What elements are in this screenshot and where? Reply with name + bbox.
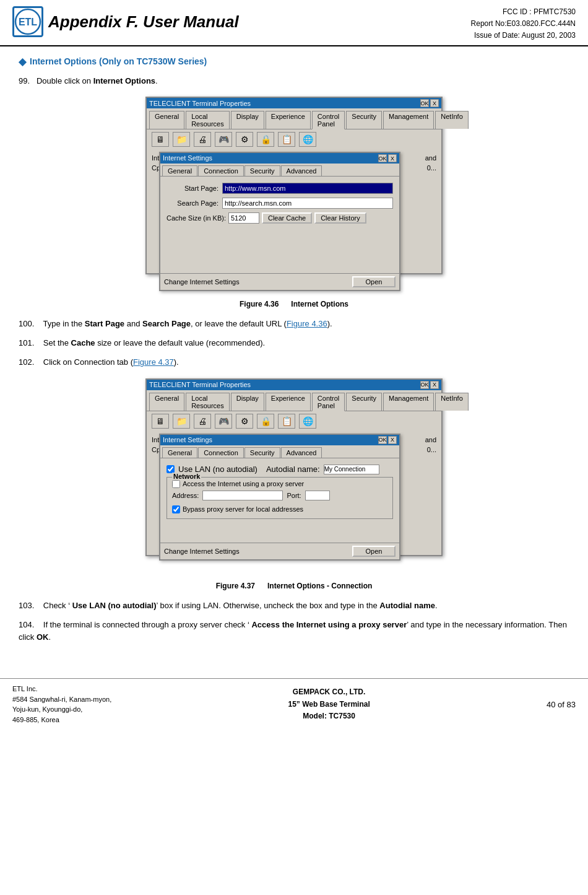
cache-size-input[interactable] xyxy=(228,212,259,224)
tab-mgmt-1[interactable]: Management xyxy=(383,111,434,129)
close-btn-outer-2[interactable]: X xyxy=(430,381,439,389)
bypass-checkbox[interactable] xyxy=(172,505,180,513)
inner-dialog-title-text-2: Internet Settings xyxy=(163,436,212,444)
toolbar-icon-1[interactable]: 🖥 xyxy=(152,132,169,147)
toolbar-icon-6[interactable]: 🔒 xyxy=(257,132,274,147)
inner-tab-conn-1[interactable]: Connection xyxy=(198,165,244,176)
tab-display-1[interactable]: Display xyxy=(231,111,264,129)
figure-4-37-text: Internet Options - Connection xyxy=(267,582,372,590)
tab-netinfo-1[interactable]: NetInfo xyxy=(435,111,468,129)
ok-btn-outer-1[interactable]: OK xyxy=(420,99,429,107)
tab-general-2[interactable]: General xyxy=(149,393,184,411)
tab-security-2[interactable]: Security xyxy=(346,393,382,411)
toolbar-icon-2-3[interactable]: 🖨 xyxy=(194,414,211,429)
bypass-checkbox-row: Bypass proxy server for local addresses xyxy=(172,505,387,513)
tab-localres-2[interactable]: Local Resources xyxy=(186,393,230,411)
title-bar-buttons-2: OK X xyxy=(420,381,439,389)
address-input[interactable] xyxy=(202,491,283,500)
start-page-input[interactable] xyxy=(222,183,393,194)
step-104-number: 104. xyxy=(19,620,41,629)
outer-body-2: Int... Cp... and 0... Internet Settings … xyxy=(147,431,441,555)
network-group-label: Network xyxy=(172,473,201,480)
ok-btn-outer-2[interactable]: OK xyxy=(420,381,429,389)
toolbar-icon-2[interactable]: 📁 xyxy=(173,132,190,147)
report-no: Report No:E03.0820.FCC.444N xyxy=(471,18,576,30)
tab-mgmt-2[interactable]: Management xyxy=(383,393,434,411)
search-page-input[interactable] xyxy=(222,198,393,209)
toolbar-icon-2-5[interactable]: ⚙ xyxy=(236,414,253,429)
inner-title-2: Internet Settings OK X xyxy=(160,435,399,445)
toolbar-icon-8[interactable]: 🌐 xyxy=(299,132,316,147)
figure-4-36-label: Figure 4.36 xyxy=(240,300,279,308)
toolbar-icon-7[interactable]: 📋 xyxy=(278,132,295,147)
link-fig-4-36[interactable]: Figure 4.36 xyxy=(287,319,327,328)
inner-tab-general-1[interactable]: General xyxy=(162,165,197,176)
tab-security-1[interactable]: Security xyxy=(346,111,382,129)
clear-cache-button[interactable]: Clear Cache xyxy=(262,212,312,224)
start-page-label: Start Page: xyxy=(166,185,222,192)
toolbar-icon-2-8[interactable]: 🌐 xyxy=(299,414,316,429)
step-99-number: 99. xyxy=(19,76,34,85)
title-bar-text-2: TELECLIENT Terminal Properties xyxy=(149,381,251,388)
inner-tab-adv-1[interactable]: Advanced xyxy=(281,165,322,176)
tab-display-2[interactable]: Display xyxy=(231,393,264,411)
inner-tab-general-2[interactable]: General xyxy=(162,447,197,458)
inner-tab-sec-1[interactable]: Security xyxy=(244,165,280,176)
step-103-text: Check ‘ Use LAN (no autodial)’ box if us… xyxy=(43,601,438,610)
right-label-and-2: and xyxy=(425,436,436,443)
internet-settings-dialog-2: Internet Settings OK X General Connectio… xyxy=(159,434,400,561)
tab-localres-1[interactable]: Local Resources xyxy=(186,111,230,129)
toolbar-icon-2-2[interactable]: 📁 xyxy=(173,414,190,429)
toolbar-icon-2-1[interactable]: 🖥 xyxy=(152,414,169,429)
tab-netinfo-2[interactable]: NetInfo xyxy=(435,393,468,411)
bottom-label-2: Change Internet Settings xyxy=(164,548,240,555)
fcc-id: FCC ID : PFMTC7530 xyxy=(471,6,576,18)
tab-general-1[interactable]: General xyxy=(149,111,184,129)
inner-tab-sec-2[interactable]: Security xyxy=(244,447,280,458)
proxy-checkbox[interactable] xyxy=(172,480,180,488)
step-100-number: 100. xyxy=(19,319,41,328)
inner-ok-btn-1[interactable]: OK xyxy=(378,154,387,162)
inner-ok-btn-2[interactable]: OK xyxy=(378,436,387,444)
footer-model: Model: TC7530 xyxy=(288,710,370,722)
toolbar-icon-3[interactable]: 🖨 xyxy=(194,132,211,147)
address-label: Address: xyxy=(172,492,199,499)
toolbar-icon-4[interactable]: 🎮 xyxy=(215,132,232,147)
toolbar-icon-2-4[interactable]: 🎮 xyxy=(215,414,232,429)
outer-tab-bar-2: General Local Resources Display Experien… xyxy=(147,390,441,411)
right-label-and: and xyxy=(425,154,436,162)
footer-gempack: GEMPACK CO., LTD. xyxy=(288,686,370,698)
logo-area: ETL Appendix F. User Manual xyxy=(12,6,239,37)
port-input[interactable] xyxy=(305,491,330,500)
toolbar-icon-5[interactable]: ⚙ xyxy=(236,132,253,147)
clear-history-button[interactable]: Clear History xyxy=(314,212,366,224)
inner-close-btn-2[interactable]: X xyxy=(388,436,397,444)
toolbar-icon-2-6[interactable]: 🔒 xyxy=(257,414,274,429)
close-btn-outer-1[interactable]: X xyxy=(430,99,439,107)
footer-address3: 469-885, Korea xyxy=(12,715,111,725)
page-title: Appendix F. User Manual xyxy=(48,12,239,32)
search-page-label: Search Page: xyxy=(166,199,222,207)
tab-experience-1[interactable]: Experience xyxy=(266,111,311,129)
toolbar-icon-2-7[interactable]: 📋 xyxy=(278,414,295,429)
open-button-1[interactable]: Open xyxy=(352,276,396,287)
figure-4-37-label: Figure 4.37 xyxy=(216,582,255,590)
autodial-input[interactable] xyxy=(324,465,379,474)
etl-logo: ETL xyxy=(12,6,43,37)
step-100: 100. Type in the Start Page and Search P… xyxy=(19,318,569,331)
inner-tab-adv-2[interactable]: Advanced xyxy=(281,447,322,458)
cache-row: Cache Size (in KB): Clear Cache Clear Hi… xyxy=(166,212,393,224)
inner-close-btn-1[interactable]: X xyxy=(388,154,397,162)
outer-body-1: Int... Cp... and 0... Internet Settings … xyxy=(147,149,441,273)
inner-tab-conn-2[interactable]: Connection xyxy=(198,447,244,458)
step-104-text: If the terminal is connected through a p… xyxy=(19,620,567,642)
tab-controlpanel-2[interactable]: Control Panel xyxy=(312,393,345,411)
section-heading: ◆ Internet Options (Only on TC7530W Seri… xyxy=(19,56,569,68)
open-button-2[interactable]: Open xyxy=(352,546,396,557)
tab-experience-2[interactable]: Experience xyxy=(266,393,311,411)
tab-controlpanel-1[interactable]: Control Panel xyxy=(312,111,345,129)
link-fig-4-37[interactable]: Figure 4.37 xyxy=(133,357,174,367)
step-99-text: Double click on Internet Options. xyxy=(37,76,158,85)
step-102: 102. Click on Connection tab (Figure 4.3… xyxy=(19,356,569,369)
footer-address1: #584 Sangwhal-ri, Kanam-myon, xyxy=(12,694,111,705)
